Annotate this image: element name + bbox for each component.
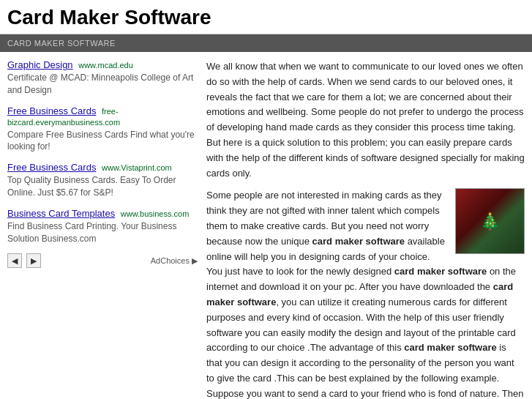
ad-desc-graphic-design: Certificate @ MCAD: Minneapolis College … xyxy=(7,72,198,97)
ad-desc-free-cards-2: Top Quality Business Cards. Easy To Orde… xyxy=(7,174,198,199)
prev-button[interactable]: ◀ xyxy=(7,253,22,268)
ad-url-free-cards-2: www.Vistaprint.com xyxy=(102,163,172,172)
ad-item-free-cards-2: Free Business Cards www.Vistaprint.com T… xyxy=(7,162,198,199)
breadcrumb: CARD MAKER SOFTWARE xyxy=(0,34,532,52)
ad-nav-controls: ◀ ▶ AdChoices ▶ xyxy=(7,253,198,268)
ad-url-biz-templates: www.business.com xyxy=(121,209,190,218)
right-column: We all know that when we want to communi… xyxy=(206,59,525,399)
next-button[interactable]: ▶ xyxy=(26,253,41,268)
page-title: Card Maker Software xyxy=(0,0,532,34)
ad-desc-biz-templates: Find Business Card Printing. Your Busine… xyxy=(7,220,198,245)
bold-term-1: card maker software xyxy=(312,236,405,247)
bold-term-2: card maker software xyxy=(394,266,487,277)
ad-link-free-cards-1[interactable]: Free Business Cards xyxy=(7,105,96,116)
ad-desc-free-cards-1: Compare Free Business Cards Find what yo… xyxy=(7,129,198,154)
ad-choices-icon: ▶ xyxy=(192,256,198,265)
article-paragraph-2: 🎄 Some people are not interested in maki… xyxy=(206,188,525,399)
ad-link-graphic-design[interactable]: Graphic Design xyxy=(7,59,73,70)
ad-url-graphic-design: www.mcad.edu xyxy=(78,61,133,70)
ad-item-free-cards-1: Free Business Cards free-bizcard.everyma… xyxy=(7,105,198,154)
ad-link-free-cards-2[interactable]: Free Business Cards xyxy=(7,162,96,173)
ad-item-biz-templates: Business Card Templates www.business.com… xyxy=(7,208,198,245)
main-layout: Graphic Design www.mcad.edu Certificate … xyxy=(0,52,532,399)
card-image: 🎄 xyxy=(455,188,525,254)
ad-link-biz-templates[interactable]: Business Card Templates xyxy=(7,208,115,219)
ad-choices-label: AdChoices ▶ xyxy=(151,256,198,266)
bold-term-4: card maker software xyxy=(404,342,496,353)
article-paragraph-1: We all know that when we want to communi… xyxy=(206,59,525,181)
ad-item-graphic-design: Graphic Design www.mcad.edu Certificate … xyxy=(7,59,198,97)
left-column: Graphic Design www.mcad.edu Certificate … xyxy=(7,59,198,399)
